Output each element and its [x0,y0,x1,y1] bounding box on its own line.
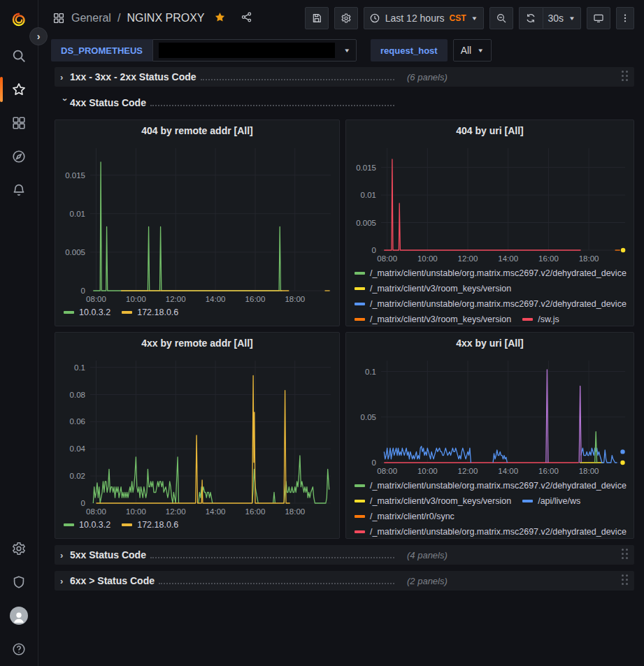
x-axis-tick-label: 08:00 [377,254,397,263]
sidebar-item-starred[interactable] [0,73,38,106]
help-icon[interactable] [0,632,38,666]
settings-gear-icon[interactable] [0,532,38,565]
datasource-variable-label[interactable]: DS_PROMETHEUS [51,39,152,61]
row-6xx[interactable]: › 6xx > Status Code (2 panels) [55,571,634,591]
avatar[interactable] [0,599,38,632]
y-axis-tick-label: 0.015 [356,164,376,172]
row-4xx[interactable]: › 4xx Status Code [55,93,634,113]
row-5xx[interactable]: › 5xx Status Code (4 panels) [55,545,634,565]
time-range-picker[interactable]: Last 12 hours CST ▼ [364,7,484,29]
x-axis-tick-label: 16:00 [538,254,559,263]
panel-title[interactable]: 4xx by remote addr [All] [55,333,339,354]
series-line [273,492,276,503]
legend-item[interactable]: /_matrix/client/v3/room_keys/version [355,495,511,507]
legend-item[interactable]: /_matrix/client/v3/room_keys/version [355,282,511,294]
refresh-group: 30s ▼ [519,7,581,29]
legend-item[interactable]: /_matrix/client/unstable/org.matrix.msc2… [355,267,627,279]
clock-icon [369,13,380,24]
datasource-variable-select[interactable]: ▼ [152,39,357,61]
series-line [546,370,548,463]
sidebar-expand-button[interactable]: › [29,27,48,45]
row-panel-count: (6 panels) [407,72,448,82]
x-axis-tick-label: 12:00 [458,254,478,263]
request-host-variable-label[interactable]: request_host [371,39,448,61]
series-point-marker [620,461,624,465]
row-dots-filler [201,72,394,80]
panel-404-by-uri: 404 by uri [All] 08:0010:0012:0014:0016:… [345,120,634,326]
dashboard-settings-button[interactable] [334,7,358,29]
panel-title[interactable]: 404 by uri [All] [346,120,634,141]
legend-label: /_matrix/client/v3/room_keys/version [370,284,511,294]
legend-item[interactable]: 10.0.3.2 [64,519,110,530]
legend-swatch-icon [355,515,365,518]
legend-swatch-icon [122,311,132,314]
y-axis-tick-label: 0.1 [74,363,85,371]
series-line [595,432,597,463]
row-drag-handle-icon[interactable] [622,71,629,82]
timeseries-chart[interactable]: 08:0010:0012:0014:0016:0018:0000.050.1 [348,354,632,478]
x-axis-tick-label: 12:00 [458,467,478,475]
chevron-down-icon: ▼ [343,48,350,54]
row-drag-handle-icon[interactable] [622,549,629,560]
timeseries-chart[interactable]: 08:0010:0012:0014:0016:0018:0000.0050.01… [348,141,632,266]
timezone-label: CST [450,13,466,23]
sidebar-item-alerting[interactable] [0,173,38,207]
legend-item[interactable]: /_matrix/client/unstable/org.matrix.msc2… [355,298,627,310]
kebab-menu-button[interactable] [616,7,634,29]
x-axis-tick-label: 08:00 [377,467,397,475]
breadcrumb-section[interactable]: General [71,12,111,24]
x-axis-tick-label: 14:00 [498,254,518,263]
y-axis-tick-label: 0.005 [356,219,376,227]
legend-item[interactable]: /_matrix/client/v3/room_keys/version [355,313,511,324]
legend-item[interactable]: /_matrix/client/unstable/org.matrix.msc2… [355,479,627,491]
favorite-star-icon[interactable] [214,11,226,26]
x-axis-tick-label: 18:00 [285,295,305,303]
row-collapse-caret-icon: › [60,98,71,108]
legend-swatch-icon [355,530,365,533]
search-icon[interactable] [0,39,38,73]
breadcrumb: General / NGINX PROXY [52,11,252,26]
row-dots-filler [150,98,394,106]
timeseries-chart[interactable]: 08:0010:0012:0014:0016:0018:0000.020.040… [57,354,338,517]
legend-item[interactable]: /api/live/ws [522,495,580,507]
panel-legend: /_matrix/client/unstable/org.matrix.msc2… [346,266,634,324]
legend-label: /_matrix/client/unstable/org.matrix.msc2… [370,268,627,278]
row-title[interactable]: 1xx - 3xx - 2xx Status Code [70,71,196,82]
panel-title[interactable]: 4xx by uri [All] [346,333,634,354]
legend-item[interactable]: /_matrix/client/r0/sync [355,510,455,522]
legend-label: /_matrix/client/v3/room_keys/version [370,314,511,324]
legend-item[interactable]: /sw.js [522,313,559,324]
legend-item[interactable]: 172.18.0.6 [122,306,178,318]
refresh-interval-select[interactable]: 30s ▼ [543,7,581,29]
legend-swatch-icon [355,303,365,305]
panel-title[interactable]: 404 by remote addr [All] [55,120,339,141]
refresh-button[interactable] [519,7,543,29]
dashboard-title[interactable]: NGINX PROXY [127,12,204,24]
row-drag-handle-icon[interactable] [622,574,629,586]
x-axis-tick-label: 14:00 [206,507,226,516]
row-title[interactable]: 5xx Status Code [70,549,146,560]
x-axis-tick-label: 18:00 [579,467,599,475]
timeseries-chart[interactable]: 08:0010:0012:0014:0016:0018:0000.0050.01… [57,141,338,305]
sidebar-item-dashboards[interactable] [0,106,38,140]
shield-icon[interactable] [0,565,38,599]
series-point-marker [621,248,625,252]
legend-item[interactable]: 10.0.3.2 [64,306,110,318]
legend-item[interactable]: 172.18.0.6 [122,519,178,530]
share-icon[interactable] [241,11,252,26]
row-title[interactable]: 6xx > Status Code [70,575,155,586]
row-1xx-3xx-2xx[interactable]: › 1xx - 3xx - 2xx Status Code (6 panels) [55,67,634,87]
legend-label: /_matrix/client/unstable/org.matrix.msc2… [370,299,627,309]
zoom-out-time-button[interactable] [489,7,513,29]
row-expand-caret-icon: › [60,550,70,560]
tv-mode-button[interactable] [587,7,610,29]
chevron-down-icon: ▼ [477,48,484,54]
row-title[interactable]: 4xx Status Code [70,97,146,108]
request-host-value: All [461,45,472,56]
sidebar-item-explore[interactable] [0,140,38,173]
legend-item[interactable]: /_matrix/client/unstable/org.matrix.msc2… [355,526,627,537]
request-host-variable-select[interactable]: All ▼ [453,39,492,61]
x-axis-tick-label: 18:00 [579,254,599,263]
legend-swatch-icon [64,523,74,526]
save-dashboard-button[interactable] [305,7,329,29]
